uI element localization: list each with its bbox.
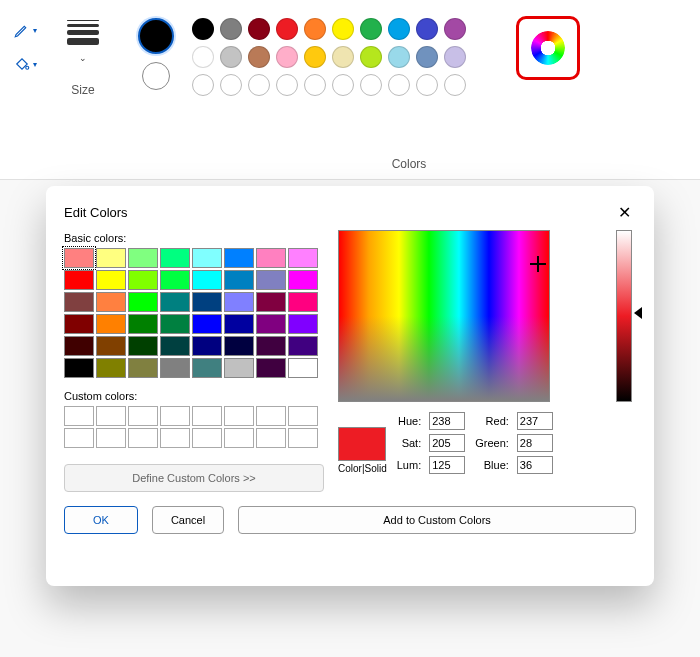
palette-swatch[interactable]: [220, 74, 242, 96]
palette-swatch[interactable]: [276, 18, 298, 40]
basic-color-swatch[interactable]: [224, 248, 254, 268]
palette-swatch[interactable]: [444, 18, 466, 40]
custom-slot[interactable]: [192, 406, 222, 426]
basic-color-swatch[interactable]: [64, 248, 94, 268]
edit-colors-button[interactable]: +: [516, 16, 580, 80]
palette-swatch[interactable]: [276, 74, 298, 96]
basic-color-swatch[interactable]: [160, 314, 190, 334]
add-custom-button[interactable]: Add to Custom Colors: [238, 506, 636, 534]
basic-color-swatch[interactable]: [192, 336, 222, 356]
basic-color-swatch[interactable]: [288, 358, 318, 378]
custom-slot[interactable]: [96, 428, 126, 448]
basic-color-swatch[interactable]: [256, 314, 286, 334]
basic-color-swatch[interactable]: [160, 248, 190, 268]
basic-color-swatch[interactable]: [128, 248, 158, 268]
basic-color-swatch[interactable]: [128, 336, 158, 356]
basic-color-swatch[interactable]: [224, 270, 254, 290]
basic-color-swatch[interactable]: [128, 358, 158, 378]
bucket-tool[interactable]: ▾: [10, 52, 40, 76]
basic-color-swatch[interactable]: [160, 270, 190, 290]
basic-color-swatch[interactable]: [288, 336, 318, 356]
palette-swatch[interactable]: [304, 18, 326, 40]
palette-swatch[interactable]: [276, 46, 298, 68]
palette-swatch[interactable]: [416, 74, 438, 96]
basic-color-swatch[interactable]: [96, 358, 126, 378]
palette-swatch[interactable]: [360, 74, 382, 96]
palette-swatch[interactable]: [444, 46, 466, 68]
color-preview-box[interactable]: [338, 427, 386, 461]
palette-swatch[interactable]: [220, 18, 242, 40]
palette-swatch[interactable]: [248, 74, 270, 96]
palette-swatch[interactable]: [332, 46, 354, 68]
green-input[interactable]: [517, 434, 553, 452]
palette-swatch[interactable]: [416, 46, 438, 68]
basic-color-swatch[interactable]: [64, 336, 94, 356]
basic-color-swatch[interactable]: [96, 314, 126, 334]
custom-slot[interactable]: [256, 406, 286, 426]
basic-color-swatch[interactable]: [64, 358, 94, 378]
basic-color-swatch[interactable]: [224, 358, 254, 378]
basic-color-swatch[interactable]: [96, 248, 126, 268]
basic-color-swatch[interactable]: [224, 292, 254, 312]
basic-color-swatch[interactable]: [288, 292, 318, 312]
palette-swatch[interactable]: [360, 18, 382, 40]
basic-color-swatch[interactable]: [160, 358, 190, 378]
basic-color-swatch[interactable]: [256, 358, 286, 378]
palette-swatch[interactable]: [192, 46, 214, 68]
close-button[interactable]: ✕: [612, 200, 636, 224]
color-2[interactable]: [142, 62, 170, 90]
basic-color-swatch[interactable]: [224, 336, 254, 356]
basic-color-swatch[interactable]: [128, 314, 158, 334]
sat-input[interactable]: [429, 434, 465, 452]
custom-slot[interactable]: [64, 428, 94, 448]
basic-color-swatch[interactable]: [96, 292, 126, 312]
basic-color-swatch[interactable]: [192, 314, 222, 334]
basic-color-swatch[interactable]: [160, 292, 190, 312]
cancel-button[interactable]: Cancel: [152, 506, 224, 534]
palette-swatch[interactable]: [332, 74, 354, 96]
basic-color-swatch[interactable]: [160, 336, 190, 356]
custom-slot[interactable]: [128, 406, 158, 426]
palette-swatch[interactable]: [248, 18, 270, 40]
palette-swatch[interactable]: [416, 18, 438, 40]
palette-swatch[interactable]: [388, 74, 410, 96]
custom-slot[interactable]: [288, 406, 318, 426]
basic-color-swatch[interactable]: [128, 292, 158, 312]
color-1[interactable]: [138, 18, 174, 54]
palette-swatch[interactable]: [304, 46, 326, 68]
basic-color-swatch[interactable]: [256, 292, 286, 312]
palette-swatch[interactable]: [304, 74, 326, 96]
custom-slot[interactable]: [288, 428, 318, 448]
basic-color-swatch[interactable]: [192, 248, 222, 268]
custom-slot[interactable]: [192, 428, 222, 448]
palette-swatch[interactable]: [360, 46, 382, 68]
basic-color-swatch[interactable]: [288, 248, 318, 268]
basic-color-swatch[interactable]: [96, 336, 126, 356]
blue-input[interactable]: [517, 456, 553, 474]
basic-color-swatch[interactable]: [64, 270, 94, 290]
color-spectrum[interactable]: [338, 230, 550, 402]
custom-slot[interactable]: [64, 406, 94, 426]
custom-slot[interactable]: [160, 428, 190, 448]
basic-color-swatch[interactable]: [256, 336, 286, 356]
custom-slot[interactable]: [256, 428, 286, 448]
palette-swatch[interactable]: [220, 46, 242, 68]
size-picker[interactable]: [48, 20, 118, 45]
pencil-tool[interactable]: ▾: [10, 18, 40, 42]
palette-swatch[interactable]: [332, 18, 354, 40]
palette-swatch[interactable]: [388, 46, 410, 68]
basic-color-swatch[interactable]: [256, 248, 286, 268]
palette-swatch[interactable]: [248, 46, 270, 68]
basic-color-swatch[interactable]: [192, 270, 222, 290]
palette-swatch[interactable]: [444, 74, 466, 96]
basic-color-swatch[interactable]: [128, 270, 158, 290]
custom-slot[interactable]: [224, 406, 254, 426]
custom-slot[interactable]: [96, 406, 126, 426]
basic-color-swatch[interactable]: [64, 292, 94, 312]
basic-color-swatch[interactable]: [192, 292, 222, 312]
chevron-down-icon[interactable]: ⌄: [48, 53, 118, 63]
red-input[interactable]: [517, 412, 553, 430]
custom-slot[interactable]: [128, 428, 158, 448]
define-custom-button[interactable]: Define Custom Colors >>: [64, 464, 324, 492]
custom-slot[interactable]: [160, 406, 190, 426]
